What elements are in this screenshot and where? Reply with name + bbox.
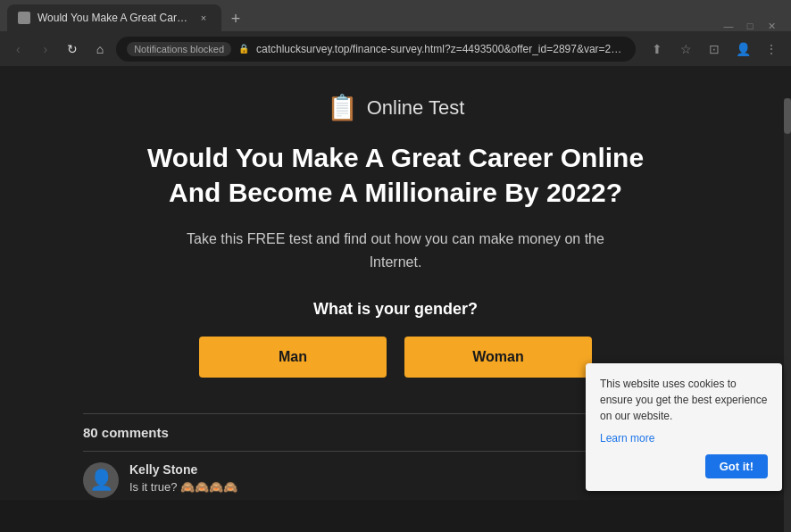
new-tab-button[interactable]: + xyxy=(223,6,248,31)
home-button[interactable]: ⌂ xyxy=(89,37,112,62)
tab-title: Would You Make A Great Career... xyxy=(37,12,189,24)
man-button[interactable]: Man xyxy=(199,337,387,378)
share-button[interactable]: ⬆ xyxy=(645,37,670,62)
sub-heading: Take this FREE test and find out how you… xyxy=(172,228,619,273)
minimize-button[interactable]: — xyxy=(723,21,734,31)
learn-more-link[interactable]: Learn more xyxy=(600,432,654,445)
back-button[interactable]: ‹ xyxy=(7,37,29,62)
main-heading: Would You Make A Great Career Online And… xyxy=(128,140,663,210)
got-it-button[interactable]: Got it! xyxy=(705,454,768,478)
woman-button[interactable]: Woman xyxy=(404,337,592,378)
cookie-text: This website uses cookies to ensure you … xyxy=(600,376,768,424)
logo-area: 📋 Online Test xyxy=(327,93,465,122)
tab-favicon xyxy=(18,12,30,24)
scrollbar[interactable] xyxy=(784,98,791,532)
title-bar: Would You Make A Great Career... × + — □… xyxy=(0,0,791,30)
address-bar[interactable]: Notifications blocked 🔒 catchlucksurvey.… xyxy=(116,37,636,62)
url-display: catchlucksurvey.top/finance-survey.html?… xyxy=(256,43,625,55)
toolbar-icons: ⬆ ☆ ⊡ 👤 ⋮ xyxy=(645,37,784,62)
maximize-button[interactable]: □ xyxy=(745,21,755,31)
scrollbar-thumb xyxy=(784,98,791,134)
cookie-actions: Got it! xyxy=(600,454,768,478)
menu-button[interactable]: ⋮ xyxy=(759,37,784,62)
logo-icon: 📋 xyxy=(327,93,358,122)
active-tab[interactable]: Would You Make A Great Career... × xyxy=(7,4,221,31)
window-controls: — □ ✕ xyxy=(723,21,784,31)
notifications-blocked-indicator: Notifications blocked xyxy=(127,42,231,56)
avatar: 👤 xyxy=(83,462,119,498)
comment-text: Is it true? 🙈🙈🙈🙈 xyxy=(129,480,237,494)
cookie-popup: This website uses cookies to ensure you … xyxy=(586,363,782,491)
tab-close-button[interactable]: × xyxy=(196,11,211,25)
commenter-name: Kelly Stone xyxy=(129,462,237,477)
forward-button[interactable]: › xyxy=(35,37,57,62)
profile-button[interactable]: 👤 xyxy=(730,37,755,62)
lock-icon: 🔒 xyxy=(238,44,249,54)
comment-body: Kelly Stone Is it true? 🙈🙈🙈🙈 xyxy=(129,462,237,494)
bookmark-button[interactable]: ☆ xyxy=(673,37,698,62)
split-view-button[interactable]: ⊡ xyxy=(702,37,727,62)
refresh-button[interactable]: ↻ xyxy=(62,37,84,62)
gender-question: What is your gender? xyxy=(313,300,478,319)
close-button[interactable]: ✕ xyxy=(766,21,777,31)
logo-text: Online Test xyxy=(367,96,465,120)
gender-buttons: Man Woman xyxy=(199,337,592,378)
navigation-bar: ‹ › ↻ ⌂ Notifications blocked 🔒 catchluc… xyxy=(0,30,791,66)
page-content: 📋 Online Test Would You Make A Great Car… xyxy=(0,66,791,500)
comments-count: 80 comments xyxy=(83,425,169,440)
